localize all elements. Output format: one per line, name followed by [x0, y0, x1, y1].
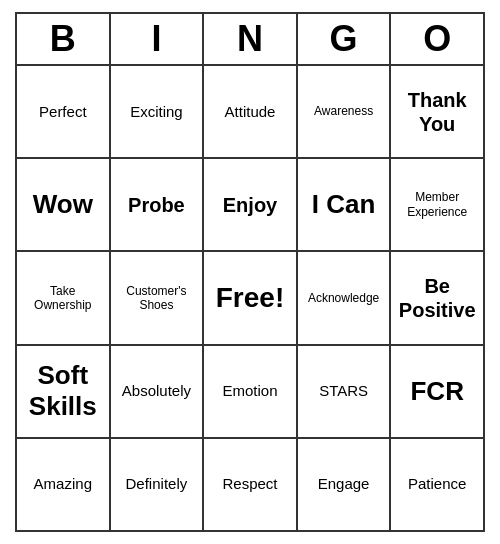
- cell-text-r3-c3: STARS: [319, 382, 368, 400]
- header-letter-N: N: [204, 14, 298, 66]
- cell-r3-c2: Emotion: [204, 346, 298, 439]
- cell-r1-c1: Probe: [111, 159, 205, 252]
- cell-r0-c4: Thank You: [391, 66, 485, 159]
- cell-r3-c1: Absolutely: [111, 346, 205, 439]
- cell-r0-c1: Exciting: [111, 66, 205, 159]
- bingo-grid: PerfectExcitingAttitudeAwarenessThank Yo…: [15, 66, 485, 532]
- cell-text-r1-c3: I Can: [312, 189, 376, 220]
- header-letter-I: I: [111, 14, 205, 66]
- header-letter-B: B: [17, 14, 111, 66]
- cell-text-r0-c2: Attitude: [225, 103, 276, 121]
- cell-r4-c4: Patience: [391, 439, 485, 532]
- cell-r2-c3: Acknowledge: [298, 252, 392, 345]
- cell-text-r4-c3: Engage: [318, 475, 370, 493]
- cell-r2-c2: Free!: [204, 252, 298, 345]
- header-letter-G: G: [298, 14, 392, 66]
- cell-text-r2-c2: Free!: [216, 281, 284, 315]
- cell-text-r3-c1: Absolutely: [122, 382, 191, 400]
- cell-r1-c0: Wow: [17, 159, 111, 252]
- cell-r1-c2: Enjoy: [204, 159, 298, 252]
- cell-r0-c3: Awareness: [298, 66, 392, 159]
- cell-r3-c4: FCR: [391, 346, 485, 439]
- cell-r2-c0: Take Ownership: [17, 252, 111, 345]
- cell-r0-c2: Attitude: [204, 66, 298, 159]
- cell-r1-c4: Member Experience: [391, 159, 485, 252]
- cell-r1-c3: I Can: [298, 159, 392, 252]
- cell-r4-c1: Definitely: [111, 439, 205, 532]
- cell-r3-c3: STARS: [298, 346, 392, 439]
- cell-r4-c3: Engage: [298, 439, 392, 532]
- cell-text-r3-c0: Soft Skills: [21, 360, 105, 422]
- bingo-card: BINGO PerfectExcitingAttitudeAwarenessTh…: [15, 12, 485, 532]
- cell-r4-c2: Respect: [204, 439, 298, 532]
- cell-r2-c1: Customer's Shoes: [111, 252, 205, 345]
- cell-text-r4-c4: Patience: [408, 475, 466, 493]
- header-letter-O: O: [391, 14, 485, 66]
- bingo-header: BINGO: [15, 12, 485, 66]
- cell-text-r0-c1: Exciting: [130, 103, 183, 121]
- cell-text-r4-c1: Definitely: [126, 475, 188, 493]
- cell-text-r1-c2: Enjoy: [223, 193, 277, 217]
- cell-text-r4-c2: Respect: [222, 475, 277, 493]
- cell-text-r1-c0: Wow: [33, 189, 93, 220]
- cell-text-r2-c1: Customer's Shoes: [115, 284, 199, 313]
- cell-r2-c4: Be Positive: [391, 252, 485, 345]
- cell-text-r1-c1: Probe: [128, 193, 185, 217]
- cell-text-r2-c3: Acknowledge: [308, 291, 379, 305]
- cell-text-r1-c4: Member Experience: [395, 190, 479, 219]
- cell-text-r3-c4: FCR: [410, 376, 463, 407]
- cell-text-r2-c4: Be Positive: [395, 274, 479, 322]
- cell-text-r2-c0: Take Ownership: [21, 284, 105, 313]
- cell-text-r0-c3: Awareness: [314, 104, 373, 118]
- cell-r4-c0: Amazing: [17, 439, 111, 532]
- cell-text-r0-c4: Thank You: [395, 88, 479, 136]
- cell-text-r4-c0: Amazing: [34, 475, 92, 493]
- cell-r0-c0: Perfect: [17, 66, 111, 159]
- cell-text-r0-c0: Perfect: [39, 103, 87, 121]
- cell-r3-c0: Soft Skills: [17, 346, 111, 439]
- cell-text-r3-c2: Emotion: [222, 382, 277, 400]
